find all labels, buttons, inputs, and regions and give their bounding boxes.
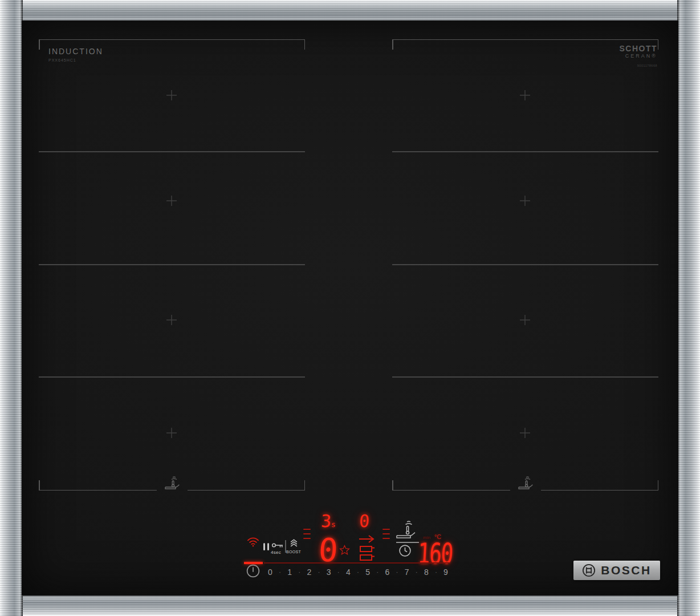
slider-dot: · [435,568,437,576]
temperature-value: 160 [417,540,453,568]
induction-cooktop: INDUCTION PXX645HC1 SCHOTT CERAN® 900117… [0,0,700,616]
slider-dot: · [396,568,398,576]
plus-marker-icon [519,314,531,326]
boost-label: BOOST [286,550,301,554]
right-timer-display[interactable]: 0 [359,513,369,530]
bracket-segment [392,478,510,491]
steel-frame-left [0,0,23,616]
power-icon [246,564,260,578]
pan-sensor-icon [517,476,534,490]
bracket-segment [39,478,157,491]
slider-dot: · [416,568,418,576]
slider-number[interactable]: 1 [287,568,292,577]
schott-code: 9001178668 [612,64,657,67]
glass-surface: INDUCTION PXX645HC1 SCHOTT CERAN® 900117… [22,21,678,595]
plus-marker-icon [519,427,531,439]
plus-marker-icon [519,195,531,206]
main-level-value: 0 [318,534,339,566]
slider-underline-bright [244,562,263,564]
plus-marker-icon [166,195,177,206]
slider-dot: · [318,568,320,576]
slider-number[interactable]: 9 [443,568,448,577]
bracket-segment [541,478,659,491]
slider-underline-dim [264,562,450,564]
slider-number[interactable]: 5 [365,568,370,577]
left-zone-separator-1 [39,151,305,152]
timer-clock-icon[interactable] [398,544,412,557]
left-zone-indicator-icon [303,525,311,542]
right-zone-indicator-icon [382,525,390,542]
main-level-display[interactable]: 0 [319,534,338,566]
pause-icon[interactable] [263,542,271,553]
slider-number[interactable]: 7 [405,568,409,577]
schott-line2: CERAN® [612,53,657,59]
move-pot-arrow-icon [357,534,377,562]
level-slider[interactable]: 0·1·2·3·4·5·6·7·8·9 [268,566,448,578]
pan-sensor-icon [164,476,181,490]
bosch-badge: BOSCH [573,561,660,580]
right-zone-separator-1 [392,151,658,152]
right-zone-separator-2 [392,264,658,265]
plus-marker-icon [166,90,177,101]
bosch-logo-text: BOSCH [601,564,651,577]
plus-marker-icon [166,314,177,326]
temperature-display: 160 [418,540,466,568]
lock-hold-label: 4sec [271,550,281,555]
left-zone-separator-3 [39,376,305,378]
model-number: PXX645HC1 [48,58,76,62]
bosch-armature-icon [582,564,596,577]
timer-digit: 3 [320,513,332,530]
slider-number[interactable]: 2 [307,568,311,577]
frying-sensor-icon [394,520,417,541]
slider-dot: · [357,568,359,576]
right-zone-bottom-bracket [392,478,658,491]
slider-dot: · [337,568,340,576]
favorite-star-icon[interactable] [339,545,350,556]
slider-dot: · [298,568,300,576]
steel-frame-bottom [0,594,700,616]
slider-number[interactable]: 3 [327,568,331,577]
slider-number[interactable]: 8 [424,568,429,577]
left-zone-bottom-bracket [39,478,305,491]
wifi-icon[interactable] [247,537,259,547]
slider-number[interactable]: 6 [385,568,389,577]
left-zone-top-bracket [39,39,305,51]
steel-frame-right [677,0,700,616]
sensor-divider-line [396,542,419,543]
slider-number[interactable]: 0 [268,568,272,577]
right-zone-top-bracket [392,39,658,51]
timer-small-display[interactable]: 3s [321,513,336,530]
power-button[interactable] [246,564,260,578]
plus-marker-icon [166,427,177,439]
slider-dot: · [376,568,379,576]
steel-frame-top [0,0,700,22]
right-timer-value: 0 [359,513,370,530]
key-lock-icon[interactable] [271,542,284,549]
right-zone-separator-3 [392,376,658,378]
slider-number[interactable]: 4 [346,568,351,577]
boost-chevrons-icon[interactable] [290,539,298,547]
bracket-segment [188,478,306,491]
timer-unit: s [331,521,336,528]
plus-marker-icon [519,90,531,101]
left-zone-separator-2 [39,264,305,265]
slider-dot: · [279,568,281,576]
